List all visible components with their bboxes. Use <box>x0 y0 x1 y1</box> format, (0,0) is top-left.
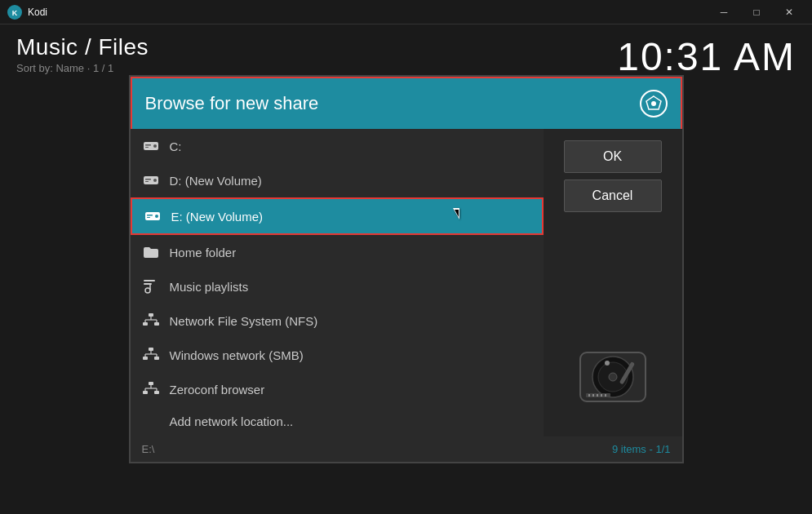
svg-rect-50 <box>597 394 598 397</box>
dialog-header: Browse for new share <box>131 77 682 129</box>
svg-rect-20 <box>149 313 153 317</box>
app-title: Kodi <box>28 7 47 18</box>
footer-count: 9 items - 1/1 <box>612 443 671 455</box>
hdd-icon <box>142 171 160 189</box>
svg-point-18 <box>145 288 150 293</box>
svg-rect-28 <box>143 357 148 360</box>
kodi-logo-icon: K <box>7 4 23 20</box>
dialog-footer: E:\ 9 items - 1/1 <box>131 436 682 462</box>
folder-icon <box>142 243 160 261</box>
svg-text:K: K <box>12 9 18 17</box>
svg-point-3 <box>651 101 656 106</box>
svg-rect-36 <box>154 391 159 394</box>
list-item[interactable]: Zeroconf browser <box>131 372 544 406</box>
list-item-label: Zeroconf browser <box>170 383 265 397</box>
ok-button[interactable]: OK <box>564 140 662 173</box>
svg-rect-14 <box>147 215 153 216</box>
svg-rect-21 <box>143 322 148 326</box>
svg-point-5 <box>153 144 157 148</box>
list-item-label: E: (New Volume) <box>171 210 264 224</box>
svg-rect-7 <box>145 147 149 148</box>
list-item[interactable]: C: <box>131 129 544 163</box>
titlebar: K Kodi ─ □ ✕ <box>0 0 812 24</box>
list-item[interactable]: Home folder <box>131 235 544 269</box>
dialog-overlay: Browse for new share <box>0 24 812 514</box>
network-icon <box>142 312 160 330</box>
dialog-title: Browse for new share <box>145 93 319 114</box>
network-icon <box>142 380 160 398</box>
svg-rect-22 <box>154 322 159 326</box>
svg-rect-29 <box>154 357 159 360</box>
titlebar-controls: ─ □ ✕ <box>708 0 805 24</box>
browse-dialog: Browse for new share <box>129 75 684 463</box>
list-item-label: Windows network (SMB) <box>170 348 304 362</box>
footer-path: E:\ <box>142 443 155 455</box>
svg-rect-27 <box>149 348 153 351</box>
list-item-label: Music playlists <box>170 280 249 294</box>
list-item[interactable]: Network File System (NFS) <box>131 304 544 338</box>
svg-rect-34 <box>149 382 153 385</box>
dialog-right-panel: OK Cancel <box>544 129 682 436</box>
kodi-header-icon <box>640 90 668 117</box>
svg-rect-49 <box>592 394 594 397</box>
svg-rect-48 <box>588 394 590 397</box>
svg-point-46 <box>605 361 610 366</box>
svg-point-44 <box>609 373 617 381</box>
svg-rect-15 <box>147 217 150 218</box>
hdd-icon <box>142 137 160 155</box>
dialog-body: C: D: (New Volume) <box>131 129 682 436</box>
titlebar-left: K Kodi <box>7 4 47 20</box>
hard-drive-image <box>576 340 650 414</box>
svg-rect-16 <box>144 280 155 281</box>
list-item-label: C: <box>170 140 182 153</box>
svg-point-9 <box>153 179 157 182</box>
svg-rect-11 <box>145 181 149 182</box>
cancel-button[interactable]: Cancel <box>564 179 662 212</box>
svg-point-13 <box>155 215 158 218</box>
list-item-label: D: (New Volume) <box>170 174 262 188</box>
maximize-button[interactable]: □ <box>740 0 773 24</box>
file-list: C: D: (New Volume) <box>131 129 544 436</box>
svg-rect-10 <box>145 179 151 180</box>
svg-rect-6 <box>145 144 151 146</box>
hdd-large-icon <box>576 340 650 417</box>
list-item-label: Add network location... <box>170 414 294 428</box>
list-item-label: Network File System (NFS) <box>170 314 318 328</box>
network-icon <box>142 346 160 364</box>
list-item-label: Home folder <box>170 246 237 259</box>
list-item[interactable]: Windows network (SMB) <box>131 338 544 372</box>
hdd-icon <box>144 207 162 225</box>
svg-rect-52 <box>605 394 606 397</box>
list-item[interactable]: D: (New Volume) <box>131 163 544 197</box>
svg-rect-51 <box>601 394 602 397</box>
kodi-icon <box>645 95 663 113</box>
list-item[interactable]: Music playlists <box>131 269 544 304</box>
music-icon <box>142 277 160 295</box>
list-item-add-network[interactable]: Add network location... <box>131 406 544 436</box>
main-content: Music / Files Sort by: Name · 1 / 1 10:3… <box>0 24 812 514</box>
minimize-button[interactable]: ─ <box>708 0 740 24</box>
svg-rect-35 <box>143 391 148 394</box>
close-button[interactable]: ✕ <box>773 0 805 24</box>
list-item-selected[interactable]: E: (New Volume) <box>131 197 544 235</box>
